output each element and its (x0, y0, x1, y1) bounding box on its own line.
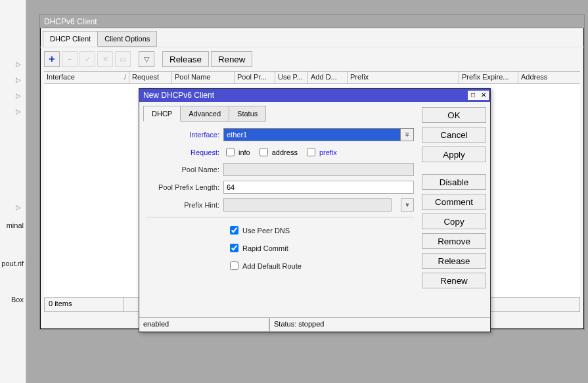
enable-button: ✓ (79, 51, 95, 67)
rapid-commit-checkbox[interactable] (230, 244, 238, 252)
close-icon: ✕ (481, 89, 486, 102)
minus-icon: − (68, 55, 72, 63)
request-address-checkbox[interactable] (260, 148, 268, 156)
col-prefix[interactable]: Prefix (348, 72, 459, 83)
request-info-label: info (238, 148, 250, 156)
rapid-commit-label: Rapid Commit (242, 244, 288, 252)
col-pool-name[interactable]: Pool Name (172, 72, 235, 83)
maximize-icon: □ (471, 89, 475, 102)
expander-icon[interactable]: ▷ (16, 204, 21, 211)
dialog-title: New DHCPv6 Client (143, 89, 214, 102)
col-use-p[interactable]: Use P... (275, 72, 308, 83)
request-info-checkbox[interactable] (226, 148, 235, 156)
tab-status[interactable]: Status (229, 106, 266, 122)
label-interface: Interface: (146, 131, 223, 139)
sidebar-item-label[interactable]: pout.rif (0, 259, 26, 267)
funnel-icon: ▽ (144, 55, 149, 64)
dialog-side-buttons: OK Cancel Apply Disable Comment Copy Rem… (422, 106, 486, 313)
close-button[interactable]: ✕ (478, 91, 489, 100)
sidebar-item-label[interactable]: Box (0, 296, 26, 304)
col-prefix-expire[interactable]: Prefix Expire... (459, 72, 518, 83)
tab-dhcp-client[interactable]: DHCP Client (43, 31, 98, 47)
remove-button[interactable]: Remove (422, 233, 486, 249)
col-address[interactable]: Address (518, 72, 580, 83)
comment-button: ▭ (115, 51, 131, 67)
prefix-hint-input[interactable] (223, 198, 392, 212)
disable-button[interactable]: Disable (422, 174, 486, 190)
window-title: DHCPv6 Client (40, 15, 584, 28)
request-prefix-checkbox[interactable] (307, 148, 315, 156)
filter-button[interactable]: ▽ (139, 51, 154, 67)
dialog-status-bar: enabled Status: stopped (139, 317, 490, 332)
col-interface[interactable]: Interface (44, 72, 129, 83)
disable-button: ✕ (97, 51, 113, 67)
expander-icon[interactable]: ▷ (16, 76, 21, 83)
remove-button: − (62, 51, 78, 67)
col-add-d[interactable]: Add D... (308, 72, 348, 83)
left-vertical-toolbar: ▷ ▷ ▷ ▷ ▷ minal pout.rif Box (0, 0, 26, 383)
use-peer-dns-checkbox[interactable] (230, 226, 238, 235)
maximize-button[interactable]: □ (468, 91, 478, 100)
status-running: Status: stopped (269, 318, 490, 332)
cancel-button[interactable]: Cancel (422, 127, 486, 143)
dialog-tabs: DHCP Advanced Status (143, 106, 417, 122)
toolbar: + − ✓ ✕ ▭ ▽ Release Renew (40, 47, 584, 71)
interface-dropdown-button[interactable]: ∓ (401, 128, 414, 141)
expander-icon[interactable]: ▷ (16, 108, 21, 115)
expander-icon[interactable]: ▷ (16, 92, 21, 99)
col-pool-pr[interactable]: Pool Pr... (235, 72, 275, 83)
divider (146, 217, 414, 217)
copy-button[interactable]: Copy (422, 214, 486, 229)
label-pool-prefix-length: Pool Prefix Length: (146, 183, 223, 191)
apply-button[interactable]: Apply (422, 146, 486, 162)
expander-icon[interactable]: ▷ (16, 60, 21, 68)
tab-client-options[interactable]: Client Options (97, 31, 157, 47)
x-icon: ✕ (102, 55, 108, 64)
check-icon: ✓ (85, 55, 91, 64)
add-default-route-checkbox[interactable] (230, 261, 238, 270)
status-enabled: enabled (139, 318, 269, 332)
table-headers: Interface Request Pool Name Pool Pr... U… (44, 71, 580, 84)
comment-button[interactable]: Comment (422, 194, 486, 210)
label-prefix-hint: Prefix Hint: (146, 201, 223, 209)
main-tabs: DHCP Client Client Options (40, 28, 584, 47)
release-button[interactable]: Release (162, 51, 209, 67)
request-address-label: address (272, 148, 298, 156)
ok-button[interactable]: OK (422, 107, 486, 123)
triangle-down-icon: ▼ (405, 202, 411, 208)
col-request[interactable]: Request (129, 72, 172, 83)
prefix-hint-side-button[interactable]: ▼ (401, 198, 414, 212)
renew-button[interactable]: Renew (422, 273, 486, 288)
use-peer-dns-label: Use Peer DNS (242, 227, 290, 235)
tab-dhcp[interactable]: DHCP (143, 106, 181, 122)
interface-combo[interactable] (223, 128, 401, 141)
chevron-down-icon: ∓ (405, 131, 410, 138)
new-dhcpv6-client-dialog: New DHCPv6 Client □ ✕ DHCP Advanced Stat… (139, 88, 491, 332)
plus-icon: + (49, 53, 55, 65)
dialog-title-bar: New DHCPv6 Client □ ✕ (139, 89, 490, 102)
add-default-route-label: Add Default Route (242, 262, 302, 270)
release-button[interactable]: Release (422, 253, 486, 269)
comment-icon: ▭ (120, 55, 126, 64)
request-prefix-label: prefix (319, 148, 337, 156)
add-button[interactable]: + (44, 51, 60, 67)
label-request: Request: (146, 148, 223, 156)
label-pool-name: Pool Name: (146, 166, 223, 173)
status-divider (124, 298, 124, 311)
pool-prefix-length-input[interactable] (223, 181, 414, 194)
tab-advanced[interactable]: Advanced (180, 106, 229, 122)
item-count: 0 items (49, 300, 72, 307)
renew-button[interactable]: Renew (211, 51, 253, 67)
pool-name-input[interactable] (223, 163, 414, 176)
sidebar-item-label[interactable]: minal (0, 221, 26, 229)
